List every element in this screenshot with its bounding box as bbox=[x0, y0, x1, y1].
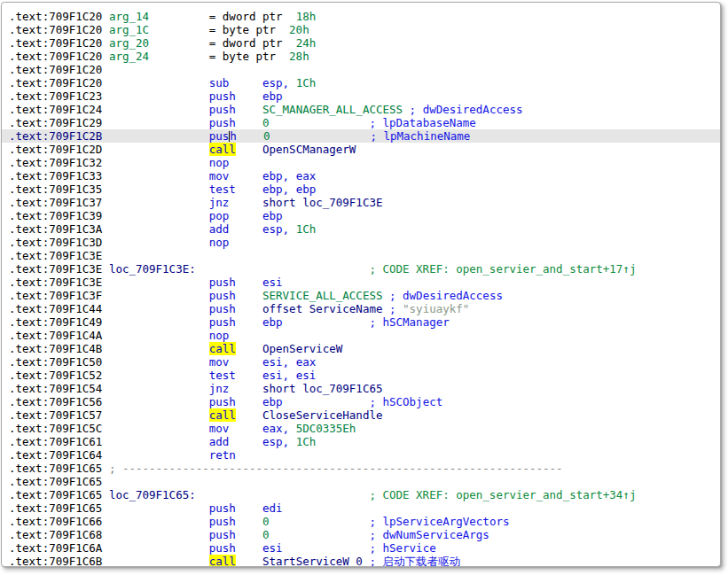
text bbox=[102, 183, 208, 196]
instruction: esi, eax bbox=[262, 355, 316, 369]
asm-line[interactable]: .text:709F1C65 ; -----------------------… bbox=[2, 462, 720, 475]
instruction: esi bbox=[262, 541, 283, 555]
asm-line[interactable]: .text:709F1C20 arg_14 = dword ptr 18h bbox=[2, 10, 720, 23]
address: .text:709F1C65 bbox=[9, 501, 102, 515]
text bbox=[270, 528, 370, 541]
asm-line[interactable]: .text:709F1C20 arg_1C = byte ptr 20h bbox=[2, 23, 720, 36]
instruction: eax, bbox=[262, 422, 296, 435]
asm-line[interactable]: .text:709F1C6B call StartServiceW_0 ; 启动… bbox=[2, 555, 720, 567]
instruction: pus bbox=[209, 129, 230, 143]
current-address: .text:709F1C2B bbox=[9, 129, 102, 143]
text bbox=[102, 422, 208, 435]
comment: ; dwNumServiceArgs bbox=[369, 528, 489, 541]
asm-line[interactable]: .text:709F1C24 push SC_MANAGER_ALL_ACCES… bbox=[2, 103, 720, 116]
text bbox=[283, 541, 370, 555]
asm-line[interactable]: .text:709F1C5C mov eax, 5DC0335Eh bbox=[2, 422, 720, 435]
instruction: esp, bbox=[262, 222, 296, 236]
instruction: mov bbox=[209, 169, 262, 183]
text bbox=[102, 555, 208, 567]
asm-line[interactable]: .text:709F1C57 call CloseServiceHandle bbox=[2, 408, 720, 422]
asm-line[interactable]: .text:709F1C66 push 0 ; lpServiceArgVect… bbox=[2, 515, 720, 528]
instruction: ebp bbox=[262, 395, 283, 408]
address: .text:709F1C3E bbox=[9, 249, 102, 262]
address: .text:709F1C66 bbox=[9, 515, 102, 528]
asm-line[interactable]: .text:709F1C32 nop bbox=[2, 156, 720, 169]
comment: ; 启动下载者驱动 bbox=[369, 555, 460, 567]
text bbox=[236, 408, 262, 422]
address: .text:709F1C52 bbox=[9, 369, 102, 382]
asm-line[interactable]: .text:709F1C20 sub esp, 1Ch bbox=[2, 76, 720, 89]
asm-line[interactable]: .text:709F1C2D call OpenSCManagerW bbox=[2, 143, 720, 156]
instruction: esi, esi bbox=[262, 369, 316, 382]
instruction: jnz bbox=[209, 382, 262, 395]
instruction: esi bbox=[262, 276, 283, 289]
asm-line[interactable]: .text:709F1C65 push edi bbox=[2, 501, 720, 515]
text bbox=[102, 76, 208, 89]
asm-line[interactable]: .text:709F1C4B call OpenServiceW bbox=[2, 342, 720, 355]
asm-line-current[interactable]: .text:709F1C2B push 0 ; lpMachineName bbox=[2, 129, 720, 143]
address: .text:709F1C50 bbox=[9, 355, 102, 369]
asm-line[interactable]: .text:709F1C50 mov esi, eax bbox=[2, 355, 720, 369]
asm-line[interactable]: .text:709F1C4A nop bbox=[2, 329, 720, 342]
comment: ; dwDesiredAccess bbox=[410, 103, 523, 116]
asm-line[interactable]: .text:709F1C44 push offset ServiceName ;… bbox=[2, 302, 720, 315]
instruction: esp, bbox=[262, 435, 296, 448]
constant: 0 bbox=[262, 116, 270, 129]
comment: ; bbox=[389, 302, 403, 315]
asm-line[interactable]: .text:709F1C64 retn bbox=[2, 448, 720, 462]
asm-line[interactable]: .text:709F1C49 push ebp ; hSCManager bbox=[2, 315, 720, 329]
instruction: test bbox=[209, 369, 262, 382]
text bbox=[283, 315, 370, 329]
address: .text:709F1C3F bbox=[9, 289, 102, 302]
asm-line[interactable]: .text:709F1C65 loc_709F1C65: ; CODE XREF… bbox=[2, 488, 720, 501]
asm-line[interactable]: .text:709F1C54 jnz short loc_709F1C65 bbox=[2, 382, 720, 395]
asm-line[interactable]: .text:709F1C20 bbox=[2, 63, 720, 76]
asm-line[interactable]: .text:709F1C3E push esi bbox=[2, 276, 720, 289]
asm-line[interactable]: .text:709F1C56 push ebp ; hSCObject bbox=[2, 395, 720, 408]
call-mnemonic-highlighted: call bbox=[209, 408, 236, 422]
asm-line[interactable]: .text:709F1C3E loc_709F1C3E: ; CODE XREF… bbox=[2, 262, 720, 276]
constant: 1Ch bbox=[296, 222, 317, 236]
text bbox=[102, 89, 208, 103]
instruction: ebp, ebp bbox=[262, 183, 316, 196]
asm-line[interactable]: .text:709F1C35 test ebp, ebp bbox=[2, 183, 720, 196]
asm-line[interactable]: .text:709F1C20 arg_24 = byte ptr 28h bbox=[2, 50, 720, 63]
asm-line[interactable]: .text:709F1C52 test esi, esi bbox=[2, 369, 720, 382]
string-literal: "syiuaykf" bbox=[403, 302, 469, 315]
asm-line[interactable]: .text:709F1C33 mov ebp, eax bbox=[2, 169, 720, 183]
asm-line[interactable]: .text:709F1C61 add esp, 1Ch bbox=[2, 435, 720, 448]
constant: 20h bbox=[289, 23, 309, 36]
constant: 24h bbox=[296, 36, 317, 50]
text bbox=[149, 50, 209, 63]
comment: ; hService bbox=[369, 541, 435, 555]
comment: ; hSCObject bbox=[369, 395, 442, 408]
address: .text:709F1C3A bbox=[9, 222, 102, 236]
text bbox=[236, 342, 262, 355]
text bbox=[270, 116, 370, 129]
asm-line[interactable]: .text:709F1C68 push 0 ; dwNumServiceArgs bbox=[2, 528, 720, 541]
symbol-name: OpenServiceW bbox=[262, 342, 342, 355]
text bbox=[102, 23, 109, 36]
text bbox=[102, 302, 208, 315]
text bbox=[149, 36, 209, 50]
asm-line[interactable]: .text:709F1C3E bbox=[2, 249, 720, 262]
text bbox=[237, 129, 263, 143]
text bbox=[102, 462, 109, 475]
asm-line[interactable]: .text:709F1C29 push 0 ; lpDatabaseName bbox=[2, 116, 720, 129]
asm-line[interactable]: .text:709F1C3F push SERVICE_ALL_ACCESS ;… bbox=[2, 289, 720, 302]
asm-line[interactable]: .text:709F1C3A add esp, 1Ch bbox=[2, 222, 720, 236]
asm-line[interactable]: .text:709F1C6A push esi ; hService bbox=[2, 541, 720, 555]
asm-line[interactable]: .text:709F1C37 jnz short loc_709F1C3E bbox=[2, 196, 720, 209]
instruction: push bbox=[209, 315, 262, 329]
text bbox=[102, 342, 208, 355]
address: .text:709F1C54 bbox=[9, 382, 102, 395]
address: .text:709F1C61 bbox=[9, 435, 102, 448]
text bbox=[102, 50, 109, 63]
asm-line[interactable]: .text:709F1C39 pop ebp bbox=[2, 209, 720, 222]
asm-line[interactable]: .text:709F1C3D nop bbox=[2, 236, 720, 249]
instruction: ebp, eax bbox=[262, 169, 316, 183]
asm-line[interactable]: .text:709F1C20 arg_20 = dword ptr 24h bbox=[2, 36, 720, 50]
asm-line[interactable]: .text:709F1C65 bbox=[2, 475, 720, 488]
address: .text:709F1C39 bbox=[9, 209, 102, 222]
asm-line[interactable]: .text:709F1C23 push ebp bbox=[2, 89, 720, 103]
